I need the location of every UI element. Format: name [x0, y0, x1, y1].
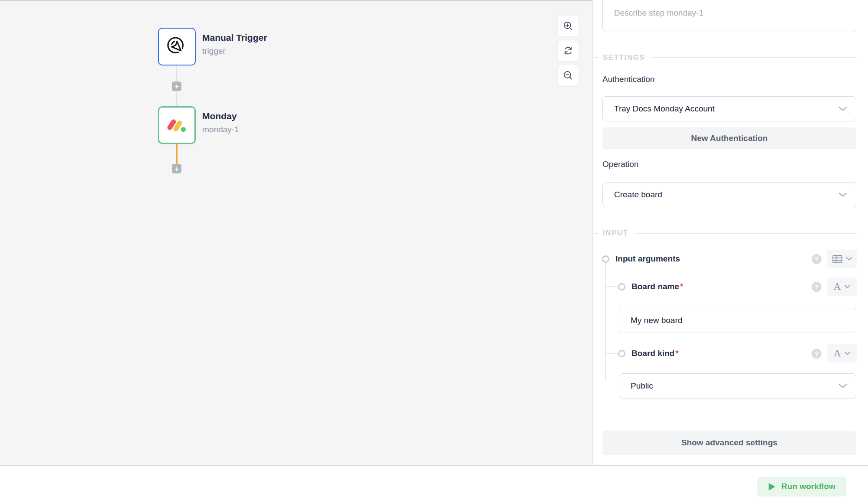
describe-step-input[interactable]	[602, 0, 856, 32]
plus-icon: +	[174, 165, 179, 173]
chevron-down-icon	[838, 384, 847, 389]
node-manual-trigger[interactable]	[158, 28, 196, 65]
input-section-label: INPUT	[603, 229, 628, 238]
type-selector-text[interactable]: A	[827, 278, 857, 296]
zoom-in-button[interactable]	[557, 15, 579, 37]
operation-select[interactable]: Create board	[602, 182, 856, 207]
type-selector-text[interactable]: A	[827, 344, 857, 363]
authentication-label: Authentication	[602, 75, 654, 84]
chevron-down-icon	[845, 285, 850, 288]
run-workflow-label: Run workflow	[781, 482, 835, 491]
chevron-down-icon	[838, 107, 847, 111]
chevron-down-icon	[846, 257, 852, 261]
authentication-select[interactable]: Tray Docs Monday Account	[602, 96, 856, 121]
plus-icon: +	[174, 83, 179, 90]
manual-trigger-icon	[165, 35, 189, 59]
reset-view-button[interactable]	[557, 40, 579, 62]
node-subtitle: trigger	[202, 46, 267, 56]
chevron-down-icon	[838, 193, 847, 197]
tree-tick	[605, 353, 618, 354]
board-name-row: Board name* ? A	[618, 280, 857, 293]
board-kind-label: Board kind*	[631, 349, 679, 358]
type-selector-object[interactable]	[827, 250, 857, 268]
help-icon[interactable]: ?	[812, 349, 822, 359]
zoom-out-button[interactable]	[557, 65, 579, 86]
new-authentication-label: New Authentication	[691, 134, 768, 143]
node-label-manual-trigger: Manual Trigger trigger	[202, 33, 267, 56]
board-name-label: Board name*	[631, 282, 683, 291]
settings-section-label: SETTINGS	[603, 53, 645, 62]
tree-tick	[605, 286, 618, 287]
jsonpath-toggle[interactable]	[602, 255, 609, 263]
board-kind-value: Public	[631, 381, 653, 391]
jsonpath-toggle[interactable]	[618, 350, 625, 357]
required-marker: *	[675, 349, 678, 358]
node-title: Manual Trigger	[202, 33, 267, 43]
board-kind-row: Board kind* ? A	[618, 347, 857, 360]
node-title: Monday	[202, 111, 239, 121]
tree-guide-line	[605, 263, 606, 382]
workflow-builder: Manual Trigger trigger + Monday monday-1…	[0, 0, 868, 503]
chevron-down-icon	[845, 352, 850, 355]
zoom-in-icon	[562, 20, 574, 32]
board-name-input[interactable]	[619, 308, 856, 333]
input-section-divider: INPUT	[593, 230, 857, 237]
step-settings-panel: SETTINGS Authentication Tray Docs Monday…	[593, 0, 868, 465]
footer-bar: Run workflow	[0, 465, 868, 503]
input-arguments-row: Input arguments ?	[602, 252, 857, 265]
node-monday[interactable]	[158, 106, 196, 144]
add-step-button[interactable]: +	[172, 164, 181, 173]
workflow-canvas[interactable]: Manual Trigger trigger + Monday monday-1…	[0, 0, 593, 465]
new-authentication-button[interactable]: New Authentication	[602, 127, 856, 149]
add-step-button[interactable]: +	[172, 82, 181, 91]
play-icon	[768, 483, 776, 491]
text-type-icon: A	[834, 281, 840, 292]
monday-icon	[166, 115, 188, 135]
authentication-value: Tray Docs Monday Account	[614, 104, 715, 114]
node-subtitle: monday-1	[202, 125, 239, 134]
operation-label: Operation	[602, 160, 638, 169]
board-kind-select[interactable]: Public	[619, 373, 856, 398]
settings-section-divider: SETTINGS	[593, 54, 857, 61]
show-advanced-settings-button[interactable]: Show advanced settings	[602, 431, 856, 455]
text-type-icon: A	[834, 348, 840, 359]
show-advanced-settings-label: Show advanced settings	[681, 438, 778, 447]
refresh-icon	[562, 45, 574, 56]
connector-line-orange	[176, 144, 178, 165]
node-label-monday: Monday monday-1	[202, 111, 239, 134]
operation-value: Create board	[614, 190, 662, 199]
help-icon[interactable]: ?	[812, 282, 822, 292]
help-icon[interactable]: ?	[812, 254, 822, 264]
jsonpath-toggle[interactable]	[618, 283, 625, 291]
input-arguments-label: Input arguments	[615, 254, 680, 264]
table-icon	[832, 255, 842, 263]
run-workflow-button[interactable]: Run workflow	[757, 477, 846, 496]
zoom-out-icon	[562, 70, 574, 81]
required-marker: *	[680, 282, 683, 291]
